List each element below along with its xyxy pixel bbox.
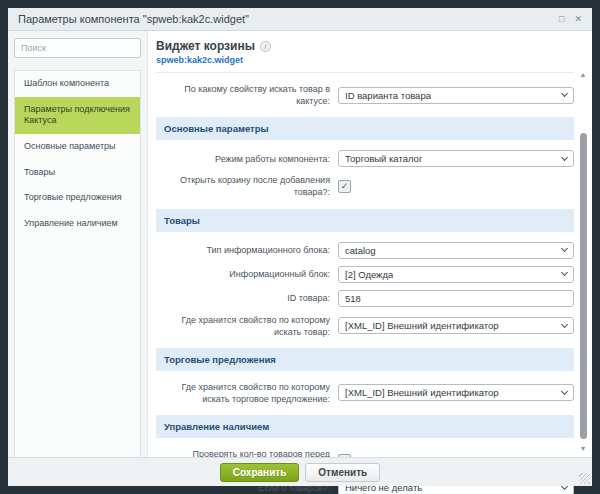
field-label: Открыть корзину после добавления товара?… [156, 174, 338, 198]
close-icon[interactable]: ✕ [574, 15, 582, 24]
section-offers: Торговые предложения [156, 348, 574, 371]
iblock-select[interactable]: [2] Одежда [338, 266, 574, 283]
cancel-button[interactable]: Отменить [305, 463, 380, 482]
component-code: spweb:kak2c.widget [156, 55, 574, 65]
section-products: Товары [156, 209, 574, 232]
field-label: ID товара: [156, 292, 338, 304]
dialog-title: Параметры компонента "spweb:kak2c.widget… [18, 13, 549, 25]
scroll-up-icon[interactable]: ▲ [577, 71, 589, 79]
offer-property-select[interactable]: [XML_ID] Внешний идентификатор [338, 384, 574, 401]
open-cart-checkbox[interactable]: ✓ [338, 180, 351, 193]
component-header: Виджет корзины i spweb:kak2c.widget [156, 39, 574, 73]
form-row-product-id: ID товара: [156, 290, 574, 307]
chevron-down-icon [561, 154, 568, 161]
chevron-down-icon [561, 388, 568, 395]
field-label: По какому свойству искать товар в кактус… [156, 83, 338, 107]
resize-grip[interactable] [579, 473, 590, 484]
maximize-icon[interactable]: □ [559, 15, 564, 24]
params-form: По какому свойству искать товар в кактус… [156, 73, 574, 494]
dialog-titlebar: Параметры компонента "spweb:kak2c.widget… [8, 8, 592, 31]
sidebar-item-kaktus-connection[interactable]: Параметры подключения Кактуса [15, 97, 140, 134]
product-id-input[interactable] [338, 290, 574, 307]
section-main-params: Основные параметры [156, 117, 574, 140]
main-panel: Виджет корзины i spweb:kak2c.widget По к… [148, 31, 592, 457]
product-property-select[interactable]: [XML_ID] Внешний идентификатор [338, 317, 574, 334]
scrollbar: ▲ ▼ [577, 71, 589, 453]
search-input[interactable] [14, 38, 141, 58]
field-label: Информационный блок: [156, 268, 338, 280]
field-label: Где хранится свойство по которому искать… [156, 314, 338, 338]
form-row-component-mode: Режим работы компонента: Торговый катало… [156, 150, 574, 167]
form-row-open-cart-after-add: Открыть корзину после добавления товара?… [156, 174, 574, 198]
form-row-iblock: Информационный блок: [2] Одежда [156, 266, 574, 283]
field-label: Тип информационного блока: [156, 244, 338, 256]
iblock-type-select[interactable]: catalog [338, 242, 574, 259]
component-mode-select[interactable]: Торговый каталог [338, 150, 574, 167]
scroll-down-icon[interactable]: ▼ [577, 445, 589, 453]
dialog-footer: Сохранить Отменить [8, 457, 592, 486]
sidebar-item-main-params[interactable]: Основные параметры [15, 134, 140, 160]
section-stock: Управление наличием [156, 415, 574, 438]
form-row-cactus-search-property: По какому свойству искать товар в кактус… [156, 83, 574, 107]
sidebar-item-offers[interactable]: Торговые предложения [15, 185, 140, 211]
sidebar-item-products[interactable]: Товары [15, 160, 140, 186]
field-label: Режим работы компонента: [156, 153, 338, 165]
save-button[interactable]: Сохранить [220, 463, 300, 482]
cactus-search-property-select[interactable]: ID варианта товара [338, 87, 574, 104]
chevron-down-icon [561, 321, 568, 328]
sidebar-item-stock[interactable]: Управление наличием [15, 211, 140, 237]
sidebar: Шаблон компонента Параметры подключения … [8, 31, 148, 457]
chevron-down-icon [561, 269, 568, 276]
scrollbar-thumb[interactable] [580, 133, 587, 439]
sidebar-menu: Шаблон компонента Параметры подключения … [14, 70, 141, 457]
chevron-down-icon [561, 245, 568, 252]
sidebar-item-component-template[interactable]: Шаблон компонента [15, 71, 140, 97]
info-icon[interactable]: i [260, 41, 271, 52]
chevron-down-icon [561, 90, 568, 97]
page-title: Виджет корзины [156, 39, 255, 53]
form-row-product-property: Где хранится свойство по которому искать… [156, 314, 574, 338]
dialog-body: Шаблон компонента Параметры подключения … [8, 31, 592, 457]
form-row-offer-property: Где хранится свойство по которому искать… [156, 381, 574, 405]
dialog-frame: Параметры компонента "spweb:kak2c.widget… [0, 0, 600, 494]
form-row-iblock-type: Тип информационного блока: catalog [156, 242, 574, 259]
field-label: Где хранится свойство по которому искать… [156, 381, 338, 405]
